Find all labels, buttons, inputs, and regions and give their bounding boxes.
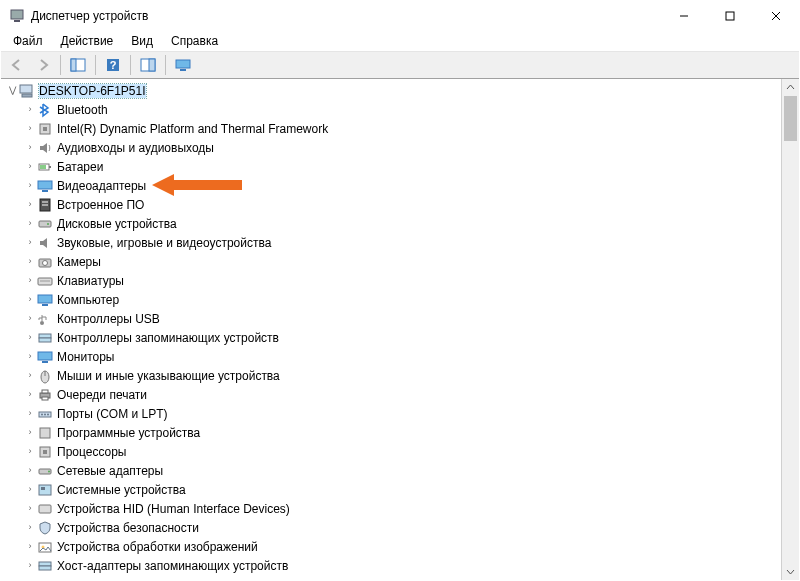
svg-rect-25 [42,204,48,206]
tree-node-row[interactable]: ›Устройства обработки изображений [3,537,781,556]
expander-icon[interactable]: › [23,119,37,138]
expander-icon[interactable]: › [23,195,37,214]
scroll-thumb[interactable] [784,96,797,141]
device-tree[interactable]: ⋁ DESKTOP-6F1P51I ›Bluetooth›Intel(R) Dy… [1,79,781,580]
tree-node-row[interactable]: ›Сетевые адаптеры [3,461,781,480]
tree-node-label: Хост-адаптеры запоминающих устройств [57,559,288,573]
expander-icon[interactable]: › [23,461,37,480]
tree-node-row[interactable]: ›Мыши и иные указывающие устройства [3,366,781,385]
expander-icon[interactable]: ⋁ [5,81,19,100]
expander-icon[interactable]: › [23,385,37,404]
menu-action[interactable]: Действие [53,32,122,50]
svg-rect-13 [180,69,186,71]
scan-button[interactable] [136,53,160,77]
tree-node-label: Видеоадаптеры [57,179,146,193]
expander-icon[interactable]: › [23,480,37,499]
tree-node-row[interactable]: ›Встроенное ПО [3,195,781,214]
expander-icon[interactable]: › [23,537,37,556]
img-icon [37,539,53,555]
expander-icon[interactable]: › [23,309,37,328]
close-button[interactable] [753,1,799,31]
scroll-track[interactable] [782,96,799,563]
tree-root-row[interactable]: ⋁ DESKTOP-6F1P51I [3,81,781,100]
tree-node-row[interactable]: ›Контроллеры запоминающих устройств [3,328,781,347]
tree-node-row[interactable]: ›Intel(R) Dynamic Platform and Thermal F… [3,119,781,138]
tree-node-label: Intel(R) Dynamic Platform and Thermal Fr… [57,122,328,136]
tree-node-row[interactable]: ›Аудиовходы и аудиовыходы [3,138,781,157]
tree-node-row[interactable]: ›Bluetooth [3,100,781,119]
tree-node-row[interactable]: ›Камеры [3,252,781,271]
expander-icon[interactable]: › [23,214,37,233]
svg-rect-32 [38,295,52,303]
tree-node-row[interactable]: ›Программные устройства [3,423,781,442]
tree-node-label: Системные устройства [57,483,186,497]
maximize-button[interactable] [707,1,753,31]
tree-node-row[interactable]: ›Устройства безопасности [3,518,781,537]
svg-point-45 [41,413,43,415]
storage-icon [37,558,53,574]
tree-node-row[interactable]: ›Мониторы [3,347,781,366]
tree-node-label: Мыши и иные указывающие устройства [57,369,280,383]
pc-icon [37,292,53,308]
expander-icon[interactable]: › [23,518,37,537]
scroll-up-button[interactable] [782,79,799,96]
tree-node-row[interactable]: ›Контроллеры USB [3,309,781,328]
menu-help[interactable]: Справка [163,32,226,50]
expander-icon[interactable]: › [23,271,37,290]
expander-icon[interactable]: › [23,100,37,119]
menu-view[interactable]: Вид [123,32,161,50]
expander-icon[interactable]: › [23,556,37,575]
expander-icon[interactable]: › [23,157,37,176]
expander-icon[interactable]: › [23,290,37,309]
tree-node-label: Батареи [57,160,103,174]
toolbar-separator [60,55,61,75]
toolbar-separator [165,55,166,75]
expander-icon[interactable]: › [23,233,37,252]
svg-rect-43 [42,397,48,400]
expander-icon[interactable]: › [23,423,37,442]
tree-node-label: Дисковые устройства [57,217,177,231]
toolbar: ? [1,51,799,79]
forward-button[interactable] [31,53,55,77]
tree-node-row[interactable]: ›Хост-адаптеры запоминающих устройств [3,556,781,575]
show-hide-tree-button[interactable] [66,53,90,77]
expander-icon[interactable]: › [23,404,37,423]
svg-rect-11 [149,59,155,71]
tree-node-row[interactable]: ›Порты (COM и LPT) [3,404,781,423]
tree-node-row[interactable]: ›Дисковые устройства [3,214,781,233]
expander-icon[interactable]: › [23,366,37,385]
toolbar-separator [95,55,96,75]
tree-node-row[interactable]: ›Батареи [3,157,781,176]
expander-icon[interactable]: › [23,442,37,461]
expander-icon[interactable]: › [23,252,37,271]
svg-point-52 [48,470,50,472]
tree-node-row[interactable]: ›Процессоры [3,442,781,461]
tree-node-row[interactable]: ›Очереди печати [3,385,781,404]
expander-icon[interactable]: › [23,499,37,518]
tree-node-row[interactable]: ›Компьютер [3,290,781,309]
tree-node-row[interactable]: ›Видеоадаптеры [3,176,781,195]
svg-rect-35 [39,334,51,338]
tree-node-row[interactable]: ›Системные устройства [3,480,781,499]
tree-area: ⋁ DESKTOP-6F1P51I ›Bluetooth›Intel(R) Dy… [1,79,799,580]
window-title: Диспетчер устройств [31,9,148,23]
usb-icon [37,311,53,327]
expander-icon[interactable]: › [23,347,37,366]
minimize-button[interactable] [661,1,707,31]
expander-icon[interactable]: › [23,138,37,157]
vertical-scrollbar[interactable] [781,79,799,580]
expander-icon[interactable]: › [23,176,37,195]
tree-node-row[interactable]: ›Устройства HID (Human Interface Devices… [3,499,781,518]
svg-marker-60 [152,174,242,196]
highlight-arrow [152,170,242,200]
tree-node-label: Bluetooth [57,103,108,117]
help-button[interactable]: ? [101,53,125,77]
monitor-icon-button[interactable] [171,53,195,77]
expander-icon[interactable]: › [23,328,37,347]
tree-node-row[interactable]: ›Клавиатуры [3,271,781,290]
tree-node-row[interactable]: ›Звуковые, игровые и видеоустройства [3,233,781,252]
back-button[interactable] [5,53,29,77]
menu-file[interactable]: Файл [5,32,51,50]
scroll-down-button[interactable] [782,563,799,580]
audio-icon [37,140,53,156]
